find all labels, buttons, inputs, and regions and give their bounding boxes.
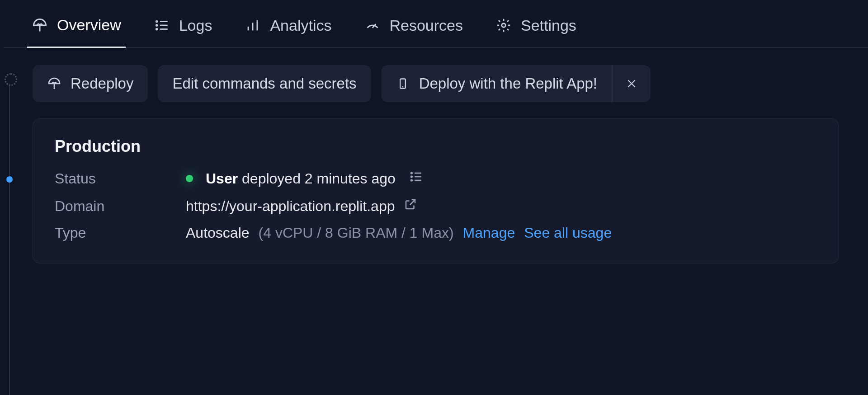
timeline-marker-current (6, 176, 13, 183)
tab-overview[interactable]: Overview (27, 8, 126, 48)
tab-label: Resources (390, 17, 463, 34)
list-icon[interactable] (409, 169, 424, 188)
svg-point-0 (156, 21, 157, 22)
mobile-icon (396, 76, 410, 91)
umbrella-deploy-icon (47, 76, 61, 91)
domain-label: Domain (55, 198, 186, 215)
timeline-gutter (0, 57, 20, 273)
tab-label: Logs (179, 17, 212, 34)
gear-icon (495, 17, 512, 33)
deploy-app-group: Deploy with the Replit App! (381, 65, 651, 102)
tab-settings[interactable]: Settings (491, 9, 581, 47)
content: Redeploy Edit commands and secrets Deplo… (20, 57, 868, 273)
gauge-icon (364, 17, 381, 33)
manage-link[interactable]: Manage (463, 225, 515, 241)
action-bar: Redeploy Edit commands and secrets Deplo… (20, 57, 857, 116)
type-specs: (4 vCPU / 8 GiB RAM / 1 Max) (259, 225, 454, 241)
status-text: deployed 2 minutes ago (238, 170, 396, 187)
button-label: Redeploy (71, 75, 133, 92)
domain-row: Domain https://your-application.replit.a… (55, 198, 817, 215)
bars-icon (245, 17, 261, 33)
timeline-marker-open (5, 73, 17, 86)
status-dot-icon (186, 175, 193, 182)
type-label: Type (55, 225, 186, 241)
button-label: Deploy with the Replit App! (419, 75, 597, 92)
close-banner-button[interactable] (613, 65, 651, 102)
production-card: Production Status User deployed 2 minute… (33, 118, 839, 263)
tab-resources[interactable]: Resources (360, 9, 468, 47)
svg-point-10 (502, 24, 506, 28)
umbrella-deploy-icon (32, 17, 48, 33)
domain-value-wrap: https://your-application.replit.app (186, 198, 417, 215)
type-row: Type Autoscale (4 vCPU / 8 GiB RAM / 1 M… (55, 225, 817, 241)
button-label: Edit commands and secrets (172, 75, 356, 92)
type-value: Autoscale (186, 225, 250, 241)
timeline-line (9, 86, 10, 395)
redeploy-button[interactable]: Redeploy (33, 65, 148, 102)
card-title: Production (55, 137, 817, 156)
status-label: Status (55, 170, 186, 187)
domain-value: https://your-application.replit.app (186, 198, 395, 215)
external-link-icon[interactable] (404, 198, 417, 215)
svg-point-15 (411, 173, 412, 174)
type-value-wrap: Autoscale (4 vCPU / 8 GiB RAM / 1 Max) M… (186, 225, 612, 241)
close-icon (624, 76, 639, 91)
tab-logs[interactable]: Logs (149, 9, 217, 47)
status-row: Status User deployed 2 minutes ago (55, 169, 817, 188)
tab-analytics[interactable]: Analytics (240, 9, 336, 47)
deploy-app-button[interactable]: Deploy with the Replit App! (381, 65, 612, 102)
tab-label: Overview (57, 16, 121, 34)
svg-point-19 (411, 180, 412, 181)
tab-label: Settings (521, 17, 576, 34)
status-value: User deployed 2 minutes ago (186, 169, 424, 188)
body: Redeploy Edit commands and secrets Deplo… (0, 48, 868, 273)
see-usage-link[interactable]: See all usage (524, 225, 612, 241)
svg-point-4 (156, 28, 157, 30)
list-icon (154, 17, 170, 33)
svg-point-2 (156, 25, 157, 26)
edit-commands-button[interactable]: Edit commands and secrets (158, 65, 371, 102)
tabbar: Overview Logs Analytics Resources Settin… (4, 0, 868, 48)
svg-point-17 (411, 176, 412, 178)
tab-label: Analytics (270, 17, 331, 34)
status-user: User (206, 170, 238, 187)
